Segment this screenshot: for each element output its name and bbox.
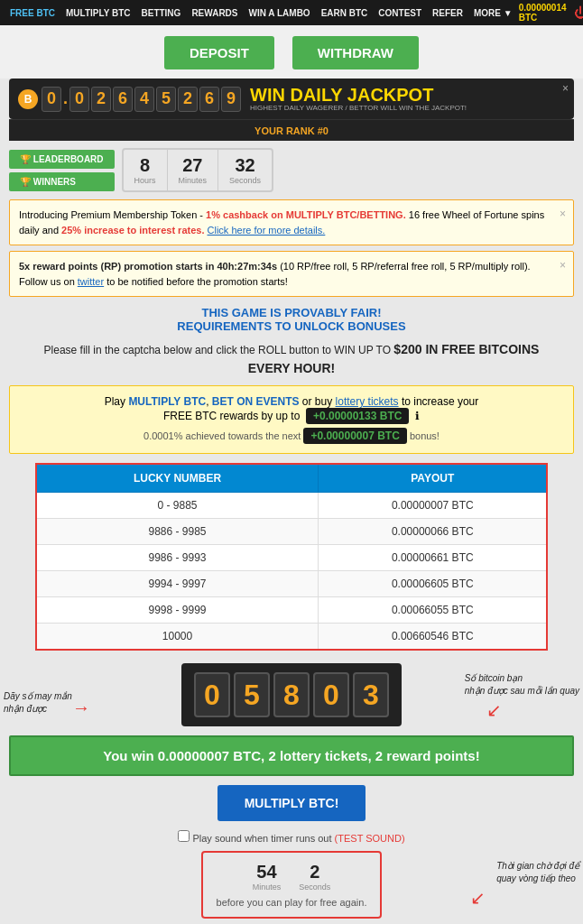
promo-line2: FREE BTC rewards by up to +0.00000133 BT… [19,408,564,424]
cell-lucky-2: 9986 - 9993 [36,545,319,571]
odo-d4: 4 [134,87,154,112]
countdown-arrow-icon: ↙ [470,887,486,909]
leaderboard-buttons: 🏆 LEADERBOARD 🏆 WINNERS [9,150,115,191]
cell-payout-5: 0.00660546 BTC [319,624,547,651]
odo-d0: 0 [42,87,61,112]
nav-free-btc[interactable]: FREE BTC [5,8,60,18]
promo-info-icon: ℹ [415,410,420,422]
jackpot-banner: B 0 . 0 2 6 4 5 2 6 9 WIN DAILY JACKPOT … [9,79,574,119]
roll-description: Please fill in the captcha below and cli… [18,340,565,378]
nav-refer[interactable]: REFER [428,8,467,18]
jackpot-timer: 8 Hours 27 Minutes 32 Seconds [122,148,274,192]
provably-fair-title: THIS GAME IS PROVABLY FAIR! [9,306,574,319]
info-banner-rewards: 5x reward points (RP) promotion starts i… [9,251,574,297]
countdown-seconds: 2 [299,862,330,882]
sound-row: Play sound when timer runs out (TEST SOU… [0,830,583,844]
countdown-text: before you can play for free again. [212,897,371,908]
countdown-minutes: 54 [253,862,282,882]
action-buttons-row: DEPOSIT WITHDRAW [0,25,583,79]
table-row: 0 - 98850.00000007 BTC [36,493,547,519]
info-banner-premium: Introducing Premium Membership Token - 1… [9,199,574,245]
jackpot-title: WIN DAILY JACKPOT [250,86,565,104]
jackpot-subtitle: HIGHEST DAILY WAGERER / BETTOR WILL WIN … [250,104,565,112]
cell-lucky-3: 9994 - 9997 [36,571,319,597]
banner2-twitter-link[interactable]: twitter [78,276,104,287]
table-row: 100000.00660546 BTC [36,624,547,651]
winners-button[interactable]: 🏆 WINNERS [9,172,115,191]
cell-payout-0: 0.00000007 BTC [319,493,547,519]
cell-lucky-4: 9998 - 9999 [36,597,319,624]
promo-pct-line: 0.0001% achieved towards the next +0.000… [19,428,564,444]
promo-line1: Play MULTIPLY BTC, BET ON EVENTS or buy … [19,395,564,408]
timer-hours-label: Hours [134,176,156,185]
odo-d6: 2 [178,87,198,112]
odo-d3: 6 [113,87,133,112]
nav-balance: 0.00000014 BTC [519,3,567,23]
banner2-text: 5x reward points (RP) promotion starts i… [19,261,531,287]
odo-d1: 0 [69,87,89,112]
annotation-left: Dãy số may mắnnhận được [4,690,72,716]
table-row: 9994 - 99970.00006605 BTC [36,571,547,597]
odo-d2: 2 [91,87,111,112]
rank-row: YOUR RANK #0 [9,119,574,141]
promo-badge: +0.00000133 BTC [306,408,409,424]
cell-lucky-5: 10000 [36,624,319,651]
banner1-close-icon[interactable]: × [560,206,566,222]
result-d0: 0 [194,672,230,717]
cell-lucky-0: 0 - 9885 [36,493,319,519]
odo-d5: 5 [156,87,176,112]
timer-minutes-unit: 27 Minutes [168,150,219,190]
nav-more[interactable]: MORE ▼ [469,8,517,18]
timer-minutes-label: Minutes [179,176,208,185]
nav-betting[interactable]: BETTING [136,8,185,18]
sound-checkbox[interactable] [178,830,190,842]
provably-fair-section: THIS GAME IS PROVABLY FAIR! REQUIREMENTS… [9,306,574,333]
banner1-link[interactable]: Click here for more details. [208,225,326,236]
countdown-minutes-unit: 54 Minutes [253,862,282,892]
lucky-number-table: LUCKY NUMBER PAYOUT 0 - 98850.00000007 B… [35,463,548,651]
timer-minutes: 27 [179,155,208,176]
col-lucky-number: LUCKY NUMBER [36,464,319,493]
cell-lucky-1: 9886 - 9985 [36,519,319,545]
nav-bar: FREE BTC MULTIPLY BTC BETTING REWARDS WI… [0,0,583,25]
countdown-annotation-right: Thời gian chờ đợi đểquay vòng tiếp theo [496,860,579,885]
cell-payout-1: 0.00000066 BTC [319,519,547,545]
annotation-right: Số bitcoin bạnnhận được sau mỗi lần quay [465,672,579,698]
withdraw-button[interactable]: WITHDRAW [292,36,419,69]
cell-payout-3: 0.00006605 BTC [319,571,547,597]
nav-earn-btc[interactable]: EARN BTC [317,8,373,18]
left-arrow-icon: → [72,698,90,718]
timer-seconds: 32 [229,155,261,176]
result-d3: 0 [313,672,349,717]
countdown-minutes-label: Minutes [253,882,282,892]
nav-contest[interactable]: CONTEST [374,8,426,18]
odo-d7: 6 [199,87,219,112]
nav-multiply-btc[interactable]: MULTIPLY BTC [61,8,134,18]
timer-hours: 8 [134,155,156,176]
result-d2: 8 [273,672,310,717]
table-row: 9886 - 99850.00000066 BTC [36,519,547,545]
desc-highlight: $200 IN FREE BITCOINS [393,342,539,356]
nav-win-lambo[interactable]: WIN A LAMBO [245,8,315,18]
rank-label: YOUR RANK #0 [254,125,329,136]
jackpot-text: WIN DAILY JACKPOT HIGHEST DAILY WAGERER … [250,86,565,112]
desc-line1: Please fill in the captcha below and cli… [44,344,391,356]
lottery-link[interactable]: lottery tickets [336,395,399,408]
power-icon[interactable]: ⏻ [574,5,583,20]
btc-icon: B [18,89,38,109]
nav-rewards[interactable]: REWARDS [187,8,242,18]
multiply-button[interactable]: MULTIPLY BTC! [217,785,366,821]
timer-seconds-unit: 32 Seconds [218,150,272,190]
col-payout: PAYOUT [319,464,547,493]
cell-payout-4: 0.00066055 BTC [319,597,547,624]
promo-box: Play MULTIPLY BTC, BET ON EVENTS or buy … [9,385,574,454]
countdown-section: Thời gian chờ đợi đểquay vòng tiếp theo … [0,851,583,919]
test-sound-link[interactable]: (TEST SOUND) [335,833,405,844]
banner2-close-icon[interactable]: × [560,257,566,273]
sound-label: Play sound when timer runs out [192,833,331,844]
leaderboard-button[interactable]: 🏆 LEADERBOARD [9,150,115,169]
timer-hours-unit: 8 Hours [124,150,168,190]
jackpot-close-icon[interactable]: × [562,82,569,95]
win-banner: You win 0.00000007 BTC, 2 lottery ticket… [9,735,574,776]
deposit-button[interactable]: DEPOSIT [164,36,274,69]
